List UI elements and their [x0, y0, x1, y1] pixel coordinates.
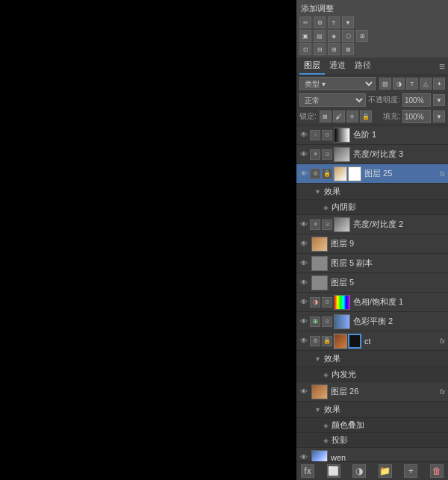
- tool-btn-11[interactable]: ⊟: [314, 43, 326, 55]
- effects-group[interactable]: ▼ 效果: [296, 351, 448, 367]
- type-select[interactable]: 类型 ▾: [299, 77, 376, 90]
- layer-row[interactable]: 👁 wen: [296, 448, 448, 461]
- layer-row[interactable]: 👁 图层 5 副本: [296, 254, 448, 273]
- tab-layers[interactable]: 图层: [299, 57, 325, 75]
- top-toolbar: 添加调整 ✏ ⚙ T ▼ ▣ ▤ ◈ ⬡ ⊞ ⊡ ⊟ ⊞ ⊠: [296, 0, 448, 57]
- blend-row: 正常 不透明度: 100% ▼: [296, 92, 448, 108]
- layer-row[interactable]: 👁 ⊞ ⊙ 色彩平衡 2: [296, 312, 448, 331]
- tool-btn-7[interactable]: ◈: [328, 30, 340, 42]
- expand-icon: ▼: [314, 406, 321, 414]
- layer-name: 色彩平衡 2: [352, 316, 447, 327]
- tool-btn-6[interactable]: ▤: [314, 30, 326, 42]
- eye-icon[interactable]: 👁: [298, 386, 310, 398]
- toolbar-title: 添加调整: [299, 2, 335, 15]
- eye-icon[interactable]: 👁: [298, 296, 310, 308]
- tabs-row: 图层 通道 路径 ≡: [296, 57, 448, 75]
- lock-transparent[interactable]: ⊠: [320, 110, 332, 122]
- eye-icon[interactable]: 👁: [298, 452, 310, 462]
- tool-btn-13[interactable]: ⊠: [342, 43, 354, 55]
- tab-channels[interactable]: 通道: [325, 57, 350, 75]
- fx-button[interactable]: fx: [301, 464, 314, 478]
- eye-icon[interactable]: 👁: [298, 335, 310, 347]
- layer-thumb-mask: [348, 334, 361, 349]
- effect-item[interactable]: ◈ 投影: [296, 433, 448, 448]
- layers-panel: 添加调整 ✏ ⚙ T ▼ ▣ ▤ ◈ ⬡ ⊞ ⊡ ⊟ ⊞ ⊠ 图层 通道 路径 …: [296, 0, 448, 480]
- layer-thumb-content: [334, 166, 347, 181]
- eye-icon[interactable]: 👁: [298, 168, 310, 180]
- mask-button[interactable]: ⬜: [327, 464, 340, 478]
- layer-name: 图层 5: [329, 277, 447, 288]
- layer-icons: ☀ ⊙: [310, 149, 332, 160]
- adj-icon: ⊙: [322, 149, 332, 160]
- effect-icon: ◈: [323, 437, 329, 444]
- effect-name: 颜色叠加: [330, 420, 447, 431]
- layer-row[interactable]: 👁 ⚙ 🔒 ct fx: [296, 331, 448, 351]
- tool-btn-4[interactable]: ▼: [342, 16, 354, 28]
- adj-icon: ⊙: [322, 219, 332, 230]
- effect-item[interactable]: ◈ 内阴影: [296, 200, 448, 215]
- layer-thumb-pair: [334, 166, 361, 181]
- effects-label: 效果: [323, 404, 447, 415]
- tab-paths[interactable]: 路径: [350, 57, 376, 75]
- fx-badge: fx: [438, 170, 447, 178]
- layer-row[interactable]: 👁 ☀ ⊙ 亮度/对比度 3: [296, 145, 448, 164]
- effect-item[interactable]: ◈ 内发光: [296, 367, 448, 382]
- layer-name: ct: [363, 337, 438, 346]
- layer-row[interactable]: 👁 ☀ ⊙ 亮度/对比度 2: [296, 215, 448, 234]
- eye-icon[interactable]: 👁: [298, 316, 310, 328]
- layer-row[interactable]: 👁 ☆ ⊙ 色阶 1: [296, 125, 448, 145]
- layer-row[interactable]: 👁 图层 5: [296, 273, 448, 293]
- eye-icon[interactable]: 👁: [298, 219, 310, 231]
- effects-group[interactable]: ▼ 效果: [296, 402, 448, 418]
- hue-icon: ◑: [310, 297, 320, 308]
- layer-row[interactable]: 👁 ◑ ⊙ 色相/饱和度 1: [296, 293, 448, 312]
- tool-btn-2[interactable]: ⚙: [314, 16, 326, 28]
- fill-input[interactable]: [402, 110, 431, 123]
- tool-btn-8[interactable]: ⬡: [342, 30, 354, 42]
- tool-btn-1[interactable]: ✏: [299, 16, 311, 28]
- tool-btn-12[interactable]: ⊞: [328, 43, 340, 55]
- eye-icon[interactable]: 👁: [298, 258, 310, 269]
- eye-icon[interactable]: 👁: [298, 149, 310, 160]
- tool-btn-5[interactable]: ▣: [299, 30, 311, 42]
- effects-label: 效果: [323, 186, 447, 197]
- panel-menu-icon[interactable]: ≡: [439, 60, 445, 72]
- filter-shape[interactable]: △: [420, 78, 432, 90]
- filter-text[interactable]: T: [406, 78, 418, 90]
- lock-icons: ⊠ 🖌 ✛ 🔒: [320, 110, 372, 122]
- layers-list: 👁 ☆ ⊙ 色阶 1 👁 ☀ ⊙ 亮度/对比度 3 👁 ⚙ 🔒: [296, 125, 448, 461]
- adjustment-button[interactable]: ◑: [352, 464, 366, 478]
- group-button[interactable]: 📁: [379, 464, 392, 478]
- effect-item[interactable]: ◈ 颜色叠加: [296, 418, 448, 433]
- layer-row[interactable]: 👁 ⚙ 🔒 图层 25 fx: [296, 164, 448, 184]
- tool-btn-3[interactable]: T: [328, 16, 340, 28]
- delete-button[interactable]: 🗑: [430, 464, 444, 478]
- link-icon: ☆: [310, 130, 320, 140]
- eye-icon[interactable]: 👁: [298, 238, 310, 250]
- opacity-stepper[interactable]: ▼: [433, 94, 445, 106]
- layer-name: 图层 9: [329, 238, 447, 249]
- eye-icon[interactable]: 👁: [298, 129, 310, 141]
- filter-pixel[interactable]: ▨: [379, 78, 391, 90]
- tool-btn-10[interactable]: ⊡: [299, 43, 311, 55]
- lock-move[interactable]: ✛: [346, 110, 358, 122]
- fill-stepper[interactable]: ▼: [433, 110, 445, 122]
- layer-row[interactable]: 👁 图层 9: [296, 234, 448, 254]
- tool-btn-9[interactable]: ⊞: [356, 30, 368, 42]
- filter-smart[interactable]: ✦: [433, 78, 445, 90]
- eye-icon[interactable]: 👁: [298, 277, 310, 289]
- lock-paint[interactable]: 🖌: [333, 110, 345, 122]
- lock-icon: 🔒: [322, 336, 332, 346]
- layer-thumbnail: [334, 314, 350, 329]
- bottom-bar: fx ⬜ ◑ 📁 + 🗑: [296, 461, 448, 480]
- effects-group[interactable]: ▼ 效果: [296, 184, 448, 200]
- expand-icon: ▼: [314, 355, 321, 363]
- layer-row[interactable]: 👁 图层 26 fx: [296, 382, 448, 402]
- blend-mode-select[interactable]: 正常: [299, 93, 366, 107]
- lock-all[interactable]: 🔒: [360, 110, 372, 122]
- new-layer-button[interactable]: +: [404, 464, 417, 478]
- effect-icon: ◈: [323, 422, 329, 429]
- filter-adj[interactable]: ◑: [393, 78, 405, 90]
- layer-icons: ◑ ⊙: [310, 297, 332, 308]
- opacity-input[interactable]: 100%: [402, 93, 431, 107]
